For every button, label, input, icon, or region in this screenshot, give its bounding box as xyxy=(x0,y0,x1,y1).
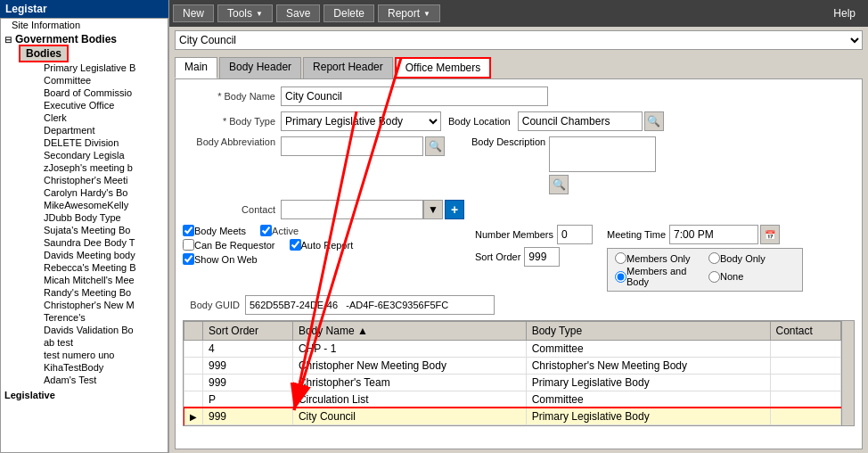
table-scrollbar[interactable] xyxy=(841,321,854,425)
active-checkbox[interactable] xyxy=(260,225,272,236)
can-be-requestor-checkbox[interactable] xyxy=(183,239,194,251)
sidebar-item-dept[interactable]: Department xyxy=(29,124,164,136)
tab-report-header[interactable]: Report Header xyxy=(303,57,393,78)
sidebar-item-randy[interactable]: Randy's Meeting Bo xyxy=(29,286,164,299)
body-type-select[interactable]: Primary Legislative Body xyxy=(281,111,441,131)
radio-members-body: Members and Body xyxy=(615,266,701,287)
body-desc-search-btn[interactable]: 🔍 xyxy=(549,175,569,194)
sidebar-item-primary-leg[interactable]: Primary Legislative B xyxy=(29,62,164,74)
body-location-search-btn[interactable]: 🔍 xyxy=(644,111,664,131)
sidebar-item-committee[interactable]: Committee xyxy=(29,74,164,86)
contact-dropdown-btn[interactable]: ▼ xyxy=(423,200,443,219)
body-guid-input[interactable] xyxy=(245,295,495,315)
sidebar-item-executive[interactable]: Executive Office xyxy=(29,99,164,111)
table-row[interactable]: 4 CHP - 1 Committee xyxy=(184,341,841,358)
sidebar-item-site-info[interactable]: Site Information xyxy=(1,19,168,31)
sidebar-item-adams[interactable]: Adam's Test xyxy=(29,374,164,386)
auto-report-checkbox[interactable] xyxy=(290,239,301,251)
new-button[interactable]: New xyxy=(173,4,214,22)
table-row[interactable]: 999 Christopher's Team Primary Legislati… xyxy=(184,375,841,391)
body-name-input[interactable] xyxy=(281,86,548,106)
help-button[interactable]: Help xyxy=(824,5,864,21)
body-desc-label: Body Description xyxy=(471,136,545,147)
show-on-web-checkbox[interactable] xyxy=(183,253,194,265)
number-members-input[interactable] xyxy=(557,225,593,244)
sidebar-item-davids-meeting[interactable]: Davids Meeting body xyxy=(29,249,164,261)
th-contact[interactable]: Contact xyxy=(770,322,840,341)
gov-bodies-label[interactable]: ⊟ Government Bodies xyxy=(4,33,164,45)
contact-cell xyxy=(770,375,840,391)
sidebar-header: Legistar xyxy=(0,0,168,18)
body-desc-textarea[interactable] xyxy=(549,136,656,172)
body-name-cell: Circulation List xyxy=(292,391,526,408)
sidebar-item-rebeccas[interactable]: Rebecca's Meeting B xyxy=(29,261,164,274)
sidebar-item-micah[interactable]: Micah Mitchell's Mee xyxy=(29,274,164,286)
tab-body-header[interactable]: Body Header xyxy=(219,57,301,78)
table-row[interactable]: 999 Christopher New Meeting Body Christo… xyxy=(184,358,841,375)
body-name-cell: Christopher's Team xyxy=(292,375,526,391)
th-body-name[interactable]: Body Name ▲ xyxy=(292,322,526,341)
meeting-time-calendar-btn[interactable]: 📅 xyxy=(760,225,780,244)
body-guid-label: Body GUID xyxy=(183,300,245,310)
sidebar-item-clerk[interactable]: Clerk xyxy=(29,111,164,124)
sidebar-item-christophers-new[interactable]: Christopher's New M xyxy=(29,299,164,311)
tab-main[interactable]: Main xyxy=(175,57,217,78)
row-arrow xyxy=(184,375,203,391)
expand-icon: ⊟ xyxy=(4,35,12,45)
body-abbr-search-btn[interactable]: 🔍 xyxy=(425,136,445,156)
sidebar-item-christophers-meet[interactable]: Christopher's Meeti xyxy=(29,174,164,186)
sidebar-item-saundra[interactable]: Saundra Dee Body T xyxy=(29,236,164,249)
radio-members-only-input[interactable] xyxy=(615,252,626,264)
sidebar-item-test-numero[interactable]: test numero uno xyxy=(29,349,164,361)
active-label: Active xyxy=(272,226,299,236)
save-button[interactable]: Save xyxy=(276,4,320,22)
radio-members-body-label: Members and Body xyxy=(626,266,701,287)
body-meets-checkbox[interactable] xyxy=(183,225,194,236)
sidebar-item-sujata[interactable]: Sujata's Meeting Bo xyxy=(29,224,164,236)
body-type-cell: Committee xyxy=(526,391,770,408)
sidebar-item-board[interactable]: Board of Commissio xyxy=(29,86,164,99)
sidebar-item-secondary[interactable]: Secondary Legisla xyxy=(29,149,164,161)
sidebar-item-zjosephs[interactable]: zJoseph's meeting b xyxy=(29,161,164,174)
radio-none-input[interactable] xyxy=(708,271,720,283)
radio-body-only: Body Only xyxy=(708,252,795,264)
tools-button[interactable]: Tools ▼ xyxy=(217,4,273,22)
contact-cell xyxy=(770,391,840,408)
meeting-time-input[interactable] xyxy=(669,225,758,244)
radio-body-only-input[interactable] xyxy=(708,252,720,264)
sidebar-item-jdubb[interactable]: JDubb Body Type xyxy=(29,211,164,224)
contact-input[interactable] xyxy=(281,200,423,219)
table-row-selected[interactable]: ▶ 999 City Council Primary Legislative B… xyxy=(184,408,841,425)
th-sort-order[interactable]: Sort Order xyxy=(203,322,293,341)
contact-cell xyxy=(770,341,840,358)
body-location-input[interactable] xyxy=(518,111,643,131)
body-type-cell: Committee xyxy=(526,341,770,358)
row-arrow xyxy=(184,358,203,375)
sidebar-item-carolyn[interactable]: Carolyn Hardy's Bo xyxy=(29,186,164,199)
sidebar-content: Site Information ⊟ Government Bodies Bod… xyxy=(0,18,168,453)
sidebar-item-delete[interactable]: DELETE Division xyxy=(29,136,164,149)
sort-order-input[interactable] xyxy=(524,247,560,267)
sidebar-item-davids-val[interactable]: Davids Validation Bo xyxy=(29,324,164,336)
number-members-label: Number Members xyxy=(475,229,553,240)
sidebar-item-mike[interactable]: MikeAwesomeKelly xyxy=(29,199,164,211)
body-abbr-input[interactable] xyxy=(281,136,423,156)
sidebar-item-legislative[interactable]: Legislative xyxy=(1,388,168,402)
table-row[interactable]: P Circulation List Committee xyxy=(184,391,841,408)
radio-none: None xyxy=(708,266,795,287)
radio-members-body-input[interactable] xyxy=(615,271,626,283)
tab-office-members[interactable]: Office Members xyxy=(395,57,491,78)
sponsor-type-group: Members Only Body Only Members and Body xyxy=(607,248,803,292)
th-body-type[interactable]: Body Type xyxy=(526,322,770,341)
record-selector[interactable]: City Council xyxy=(175,30,863,50)
delete-button[interactable]: Delete xyxy=(323,4,374,22)
sidebar-item-ab-test[interactable]: ab test xyxy=(29,336,164,349)
sidebar-item-kiha[interactable]: KihaTestBody xyxy=(29,361,164,374)
body-location-label: Body Location xyxy=(448,116,511,127)
bodies-item[interactable]: Bodies xyxy=(4,47,164,60)
report-button[interactable]: Report ▼ xyxy=(378,4,440,22)
sort-order-cell: 999 xyxy=(203,358,293,375)
contact-add-btn[interactable]: + xyxy=(445,200,464,219)
sidebar-item-terence[interactable]: Terence's xyxy=(29,311,164,324)
sort-order-row: Sort Order xyxy=(475,247,600,267)
